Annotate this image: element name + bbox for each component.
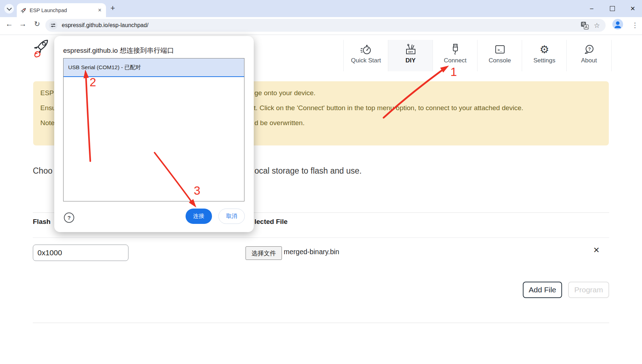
browser-tab[interactable]: ESP Launchpad ✕: [17, 3, 106, 17]
divider: [33, 237, 609, 238]
tab-title: ESP Launchpad: [30, 7, 98, 13]
gear-icon: ⚙: [540, 43, 549, 56]
nav-label: About: [581, 57, 597, 64]
nav-label: Settings: [534, 57, 555, 64]
window-maximize-button[interactable]: [605, 3, 620, 14]
usb-plug-icon: [450, 43, 461, 56]
browser-toolbar: ← → ↻ espressif.github.io/esp-launchpad/…: [0, 17, 642, 35]
serial-port-dialog: espressif.github.io 想连接到串行端口 USB Serial …: [54, 36, 254, 232]
new-tab-button[interactable]: +: [108, 4, 117, 13]
terminal-icon: >_: [494, 43, 506, 56]
nav-item-about[interactable]: ? About: [566, 40, 612, 71]
banner-line3-right: d be overwritten.: [254, 119, 304, 127]
site-settings-icon[interactable]: [49, 21, 58, 30]
diy-box-text: DIY: [408, 50, 413, 53]
forward-button[interactable]: →: [18, 20, 27, 28]
translate-icon[interactable]: [581, 21, 589, 30]
nav-label: Quick Start: [351, 57, 381, 64]
dialog-title: espressif.github.io 想连接到串行端口: [63, 46, 174, 55]
choose-text-right: ocal storage to flash and use.: [254, 166, 362, 176]
banner-line2-left: Ensu: [40, 104, 56, 112]
remove-file-icon[interactable]: ✕: [593, 246, 600, 255]
serial-port-list[interactable]: USB Serial (COM12) - 已配对: [63, 58, 244, 201]
browser-menu-icon[interactable]: ⋮: [632, 21, 638, 29]
back-button[interactable]: ←: [5, 20, 14, 28]
dialog-cancel-button[interactable]: 取消: [218, 209, 245, 224]
dialog-help-icon[interactable]: ?: [64, 212, 74, 223]
selected-file-column-header: lected File: [254, 218, 288, 226]
help-bubble-icon: ?: [583, 43, 595, 56]
banner-line1-right: ge onto your device.: [254, 89, 315, 97]
nav-item-connect[interactable]: Connect: [433, 40, 477, 71]
tab-strip: ESP Launchpad ✕ + – ✕: [0, 0, 642, 17]
chevron-down-icon: [6, 6, 11, 11]
window-close-button[interactable]: ✕: [626, 3, 640, 14]
flash-column-header: Flash: [33, 218, 51, 226]
nav-label: Console: [489, 57, 511, 64]
nav-label: Connect: [444, 57, 466, 64]
esp-launchpad-logo: [30, 36, 53, 59]
window-minimize-button[interactable]: –: [585, 3, 599, 14]
selected-file-name: merged-binary.bin: [284, 248, 339, 256]
banner-line2-right: rt. Click on the 'Connect' button in the…: [252, 104, 523, 112]
bookmark-star-icon[interactable]: ☆: [594, 21, 600, 30]
choose-file-button[interactable]: 选择文件: [246, 246, 282, 260]
stopwatch-icon: [360, 43, 372, 56]
program-button-disabled[interactable]: Program: [568, 282, 609, 298]
svg-text:?: ?: [588, 47, 591, 52]
tab-close-icon[interactable]: ✕: [98, 7, 102, 13]
choose-text-left: Choo: [33, 166, 52, 176]
tab-search-button[interactable]: [4, 4, 14, 14]
banner-line3-left: Note: [40, 119, 55, 127]
dialog-connect-button[interactable]: 连接: [186, 209, 212, 224]
nav-item-settings[interactable]: ⚙ Settings: [522, 40, 567, 71]
serial-port-option-selected[interactable]: USB Serial (COM12) - 已配对: [64, 58, 244, 77]
nav-item-quick-start[interactable]: Quick Start: [343, 40, 388, 71]
serial-port-label: USB Serial (COM12) - 已配对: [68, 64, 141, 71]
banner-line1-left: ESP: [40, 89, 54, 97]
rocket-favicon-icon: [20, 7, 27, 14]
flash-address-input[interactable]: [33, 245, 128, 261]
reload-button[interactable]: ↻: [32, 20, 42, 28]
nav-item-console[interactable]: >_ Console: [477, 40, 522, 71]
url-text[interactable]: espressif.github.io/esp-launchpad/: [62, 22, 148, 29]
add-file-button[interactable]: Add File: [523, 282, 562, 298]
maximize-icon: [610, 6, 615, 11]
nav-item-diy[interactable]: DIY DIY: [388, 40, 433, 71]
console-glyph: >_: [497, 48, 502, 52]
divider: [33, 323, 609, 323]
profile-avatar[interactable]: [612, 19, 623, 30]
nav-label: DIY: [405, 57, 415, 64]
address-bar[interactable]: espressif.github.io/esp-launchpad/ ☆: [45, 19, 606, 32]
toolbox-diy-icon: DIY: [405, 43, 417, 56]
